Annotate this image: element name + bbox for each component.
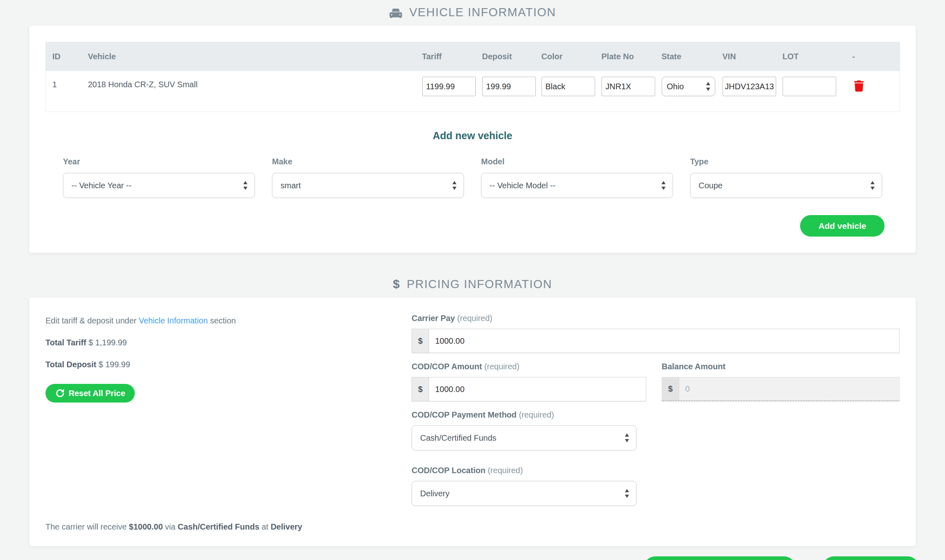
col-header-id: ID xyxy=(46,42,82,71)
type-label: Type xyxy=(690,157,882,166)
cod-location-required-text: (required) xyxy=(488,466,523,475)
carrier-pay-required-text: (required) xyxy=(457,314,492,323)
color-input[interactable] xyxy=(542,77,595,96)
cod-amount-label-text: COD/COP Amount xyxy=(412,362,482,371)
vehicle-table: ID Vehicle Tariff Deposit Color Plate No… xyxy=(45,42,900,112)
carrier-pay-group: $ xyxy=(412,329,900,353)
vehicle-information-title: VEHICLE INFORMATION xyxy=(0,0,945,26)
col-header-plate-no: Plate No xyxy=(595,42,655,71)
col-header-delete: - xyxy=(846,42,900,71)
year-label: Year xyxy=(63,157,255,166)
vehicle-row-description: 2018 Honda CR-Z, SUV Small xyxy=(82,71,416,112)
select-stepper-icon xyxy=(661,181,666,190)
total-deposit-value: $ 199.99 xyxy=(99,360,130,369)
add-new-vehicle-title: Add new vehicle xyxy=(45,130,900,142)
vehicle-information-card: ID Vehicle Tariff Deposit Color Plate No… xyxy=(29,26,916,253)
lot-input[interactable] xyxy=(783,77,836,96)
currency-addon: $ xyxy=(662,377,679,401)
make-label: Make xyxy=(272,157,464,166)
deposit-input[interactable] xyxy=(482,77,536,96)
edit-note-prefix: Edit tariff & deposit under xyxy=(45,316,139,325)
summary-text: via xyxy=(163,522,178,531)
col-header-state: State xyxy=(655,42,716,71)
select-stepper-icon xyxy=(870,181,875,190)
summary-method: Cash/Certified Funds xyxy=(178,522,259,531)
total-tariff-line: Total Tariff $ 1,199.99 xyxy=(45,338,382,347)
vehicle-section-title-text: VEHICLE INFORMATION xyxy=(409,6,556,19)
convert-only-button[interactable]: Convert Only xyxy=(822,556,919,560)
delete-vehicle-button[interactable] xyxy=(852,78,865,94)
footer-actions: Convert and Email Shipper Convert Only xyxy=(0,556,919,560)
add-new-vehicle-form: Year -- Vehicle Year -- Make smart Model… xyxy=(45,157,900,198)
carrier-pay-input[interactable] xyxy=(429,329,899,353)
state-select[interactable]: Ohio xyxy=(662,77,715,96)
summary-text: The carrier will receive xyxy=(45,522,129,531)
select-stepper-icon xyxy=(243,181,248,190)
col-header-lot: LOT xyxy=(776,42,846,71)
convert-and-email-shipper-button[interactable]: Convert and Email Shipper xyxy=(643,556,796,560)
cod-amount-group: $ xyxy=(412,377,646,401)
col-header-vin: VIN xyxy=(716,42,776,71)
carrier-pay-label: Carrier Pay (required) xyxy=(412,314,900,323)
balance-amount-label: Balance Amount xyxy=(662,362,900,371)
reset-all-price-label: Reset All Price xyxy=(69,389,125,398)
total-deposit-label: Total Deposit xyxy=(45,360,96,369)
make-select[interactable]: smart xyxy=(272,173,464,198)
payment-method-select-value: Cash/Certified Funds xyxy=(420,433,496,443)
summary-text: at xyxy=(259,522,271,531)
currency-addon: $ xyxy=(412,377,429,401)
edit-note-suffix: section xyxy=(208,316,236,325)
plate-no-input[interactable] xyxy=(602,77,655,96)
add-vehicle-button[interactable]: Add vehicle xyxy=(800,215,885,237)
vehicle-information-link[interactable]: Vehicle Information xyxy=(139,316,208,325)
vehicle-table-header-row: ID Vehicle Tariff Deposit Color Plate No… xyxy=(46,42,900,71)
cod-location-select[interactable]: Delivery xyxy=(412,481,636,506)
refresh-icon xyxy=(55,388,65,398)
select-stepper-icon xyxy=(452,181,457,190)
total-deposit-line: Total Deposit $ 199.99 xyxy=(45,360,382,369)
payment-method-label: COD/COP Payment Method (required) xyxy=(412,410,900,420)
select-stepper-icon xyxy=(624,433,630,442)
pricing-summary-panel: Edit tariff & deposit under Vehicle Info… xyxy=(45,314,382,506)
type-select[interactable]: Coupe xyxy=(690,173,882,198)
pricing-section-title-text: PRICING INFORMATION xyxy=(407,278,552,291)
pricing-information-title: $ PRICING INFORMATION xyxy=(0,271,945,297)
reset-all-price-button[interactable]: Reset All Price xyxy=(45,384,135,403)
payment-method-select[interactable]: Cash/Certified Funds xyxy=(412,425,636,450)
currency-addon: $ xyxy=(412,329,429,353)
state-select-value: Ohio xyxy=(667,82,684,91)
model-select[interactable]: -- Vehicle Model -- xyxy=(481,173,673,198)
summary-location: Delivery xyxy=(271,522,302,531)
type-select-value: Coupe xyxy=(699,181,723,190)
cod-amount-input[interactable] xyxy=(429,377,646,401)
tariff-input[interactable] xyxy=(422,77,476,96)
balance-amount-input xyxy=(679,377,899,401)
balance-amount-label-text: Balance Amount xyxy=(662,362,725,371)
cod-amount-required-text: (required) xyxy=(484,362,520,371)
pricing-form-panel: Carrier Pay (required) $ COD/COP Amount … xyxy=(412,314,900,506)
edit-note: Edit tariff & deposit under Vehicle Info… xyxy=(45,316,382,325)
cod-amount-label: COD/COP Amount (required) xyxy=(412,362,646,371)
dollar-icon: $ xyxy=(393,277,400,291)
col-header-deposit: Deposit xyxy=(476,42,535,71)
year-select[interactable]: -- Vehicle Year -- xyxy=(63,173,255,198)
model-select-value: -- Vehicle Model -- xyxy=(490,181,555,190)
cod-location-label-text: COD/COP Location xyxy=(412,466,485,475)
payment-method-label-text: COD/COP Payment Method xyxy=(412,410,517,419)
total-tariff-label: Total Tariff xyxy=(45,338,86,347)
cod-location-select-value: Delivery xyxy=(420,489,449,498)
carrier-pay-label-text: Carrier Pay xyxy=(412,314,455,323)
col-header-tariff: Tariff xyxy=(416,42,476,71)
balance-amount-group: $ xyxy=(662,377,900,401)
select-stepper-icon xyxy=(624,489,630,498)
vin-input[interactable] xyxy=(723,77,776,96)
car-icon xyxy=(389,7,403,18)
year-select-value: -- Vehicle Year -- xyxy=(71,181,132,190)
make-select-value: smart xyxy=(280,181,301,190)
payment-method-required-text: (required) xyxy=(519,410,554,419)
trash-icon xyxy=(854,80,864,92)
carrier-receive-summary: The carrier will receive $1000.00 via Ca… xyxy=(45,522,900,532)
col-header-color: Color xyxy=(535,42,595,71)
vehicle-table-row: 1 2018 Honda CR-Z, SUV Small Ohio xyxy=(46,71,900,112)
select-stepper-icon xyxy=(706,82,711,91)
